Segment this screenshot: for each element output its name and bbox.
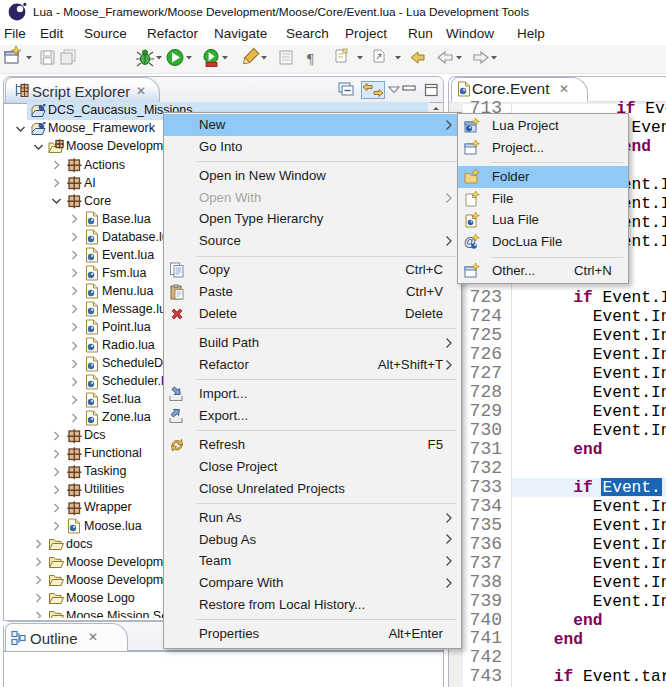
- svg-text:¶: ¶: [307, 51, 314, 67]
